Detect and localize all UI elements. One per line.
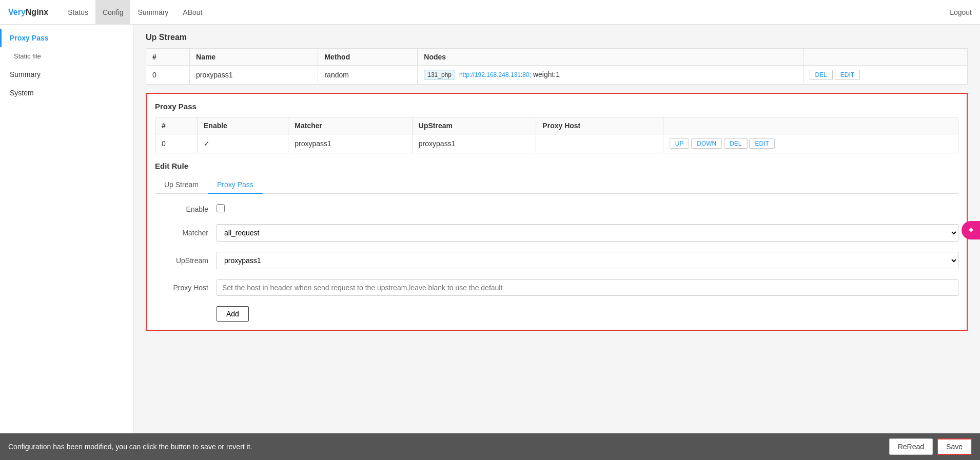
table-row: 0 proxypass1 random 131_php http://192.1…: [146, 66, 968, 85]
logout-button[interactable]: Logout: [950, 8, 972, 16]
matcher-control: all_request: [217, 224, 958, 242]
pp-col-enable: Enable: [198, 117, 288, 134]
proxy-host-label: Proxy Host: [155, 284, 217, 292]
bottom-bar-buttons: ReRead Save: [889, 438, 972, 455]
upstream-row: UpStream proxypass1: [155, 252, 958, 269]
pp-col-num: #: [155, 117, 198, 134]
pp-col-actions: [663, 117, 958, 134]
upstream-col-method: Method: [318, 49, 418, 66]
pp-edit-button[interactable]: EDIT: [749, 138, 774, 149]
pp-up-button[interactable]: UP: [670, 138, 690, 149]
pp-row-proxy-host: [536, 134, 663, 153]
top-nav: VeryNginx Status Config Summary ABout Lo…: [0, 0, 980, 25]
edit-rule-tabs: Up Stream Proxy Pass: [155, 176, 958, 194]
sidebar-item-proxy-pass[interactable]: Proxy Pass: [0, 29, 133, 47]
pp-row-matcher: proxypass1: [288, 134, 413, 153]
upstream-row-name: proxypass1: [190, 66, 318, 85]
sidebar: Proxy Pass Static file Summary System: [0, 25, 133, 433]
node-weight: weight:1: [533, 70, 560, 78]
upstream-row-nodes: 131_php http://192.168.248.131:80; weigh…: [418, 66, 803, 85]
upstream-label: UpStream: [155, 256, 217, 265]
pp-row-upstream: proxypass1: [412, 134, 536, 153]
proxy-pass-table: # Enable Matcher UpStream Proxy Host 0 ✓…: [155, 117, 958, 153]
float-icon[interactable]: ✦: [962, 221, 980, 239]
proxy-pass-box-title: Proxy Pass: [155, 102, 958, 111]
tab-upstream[interactable]: Up Stream: [155, 176, 208, 194]
upstream-col-name: Name: [190, 49, 318, 66]
enable-control: [217, 204, 958, 214]
nav-summary[interactable]: Summary: [130, 0, 175, 25]
upstream-col-num: #: [146, 49, 190, 66]
enable-row: Enable: [155, 204, 958, 214]
upstream-table: # Name Method Nodes 0 proxypass1 random …: [146, 48, 968, 85]
pp-down-button[interactable]: DOWN: [691, 138, 722, 149]
main-content: Up Stream # Name Method Nodes 0 proxypas…: [133, 25, 980, 433]
save-button[interactable]: Save: [937, 438, 972, 455]
upstream-row-num: 0: [146, 66, 190, 85]
upstream-col-nodes: Nodes: [418, 49, 803, 66]
upstream-row-actions: DEL EDIT: [803, 66, 967, 85]
pp-col-matcher: Matcher: [288, 117, 413, 134]
nav-config[interactable]: Config: [95, 0, 130, 25]
add-button[interactable]: Add: [217, 306, 249, 322]
pp-row-enable: ✓: [198, 134, 288, 153]
upstream-control: proxypass1: [217, 252, 958, 269]
bottom-bar-message: Configuration has been modified, you can…: [8, 443, 889, 451]
tab-proxy-pass[interactable]: Proxy Pass: [208, 176, 263, 194]
matcher-row: Matcher all_request: [155, 224, 958, 242]
node-url: http://192.168.248.131:80;: [459, 71, 531, 78]
upstream-del-button[interactable]: DEL: [810, 70, 833, 80]
nav-about[interactable]: ABout: [175, 0, 209, 25]
proxy-pass-box: Proxy Pass # Enable Matcher UpStream Pro…: [146, 93, 968, 331]
enable-label: Enable: [155, 205, 217, 213]
upstream-col-actions: [803, 49, 967, 66]
sidebar-item-summary[interactable]: Summary: [0, 65, 133, 84]
upstream-row-method: random: [318, 66, 418, 85]
brand: VeryNginx: [8, 8, 48, 17]
upstream-edit-button[interactable]: EDIT: [835, 70, 860, 80]
upstream-section-title: Up Stream: [146, 33, 968, 42]
edit-rule-title: Edit Rule: [155, 162, 958, 170]
pp-row-actions: UP DOWN DEL EDIT: [663, 134, 958, 153]
nav-status[interactable]: Status: [61, 0, 95, 25]
matcher-label: Matcher: [155, 229, 217, 237]
bottom-bar: Configuration has been modified, you can…: [0, 433, 980, 460]
proxy-host-control: [217, 279, 958, 296]
proxy-host-row: Proxy Host: [155, 279, 958, 296]
reread-button[interactable]: ReRead: [889, 438, 933, 455]
matcher-select[interactable]: all_request: [217, 224, 958, 242]
pp-row-num: 0: [155, 134, 198, 153]
table-row: 0 ✓ proxypass1 proxypass1 UP DOWN DEL ED…: [155, 134, 958, 153]
upstream-select[interactable]: proxypass1: [217, 252, 958, 269]
proxy-host-input[interactable]: [217, 279, 958, 296]
node-tag: 131_php: [424, 70, 455, 80]
pp-del-button[interactable]: DEL: [724, 138, 747, 149]
sidebar-item-system[interactable]: System: [0, 84, 133, 102]
enable-checkbox[interactable]: [217, 204, 225, 212]
pp-col-upstream: UpStream: [412, 117, 536, 134]
sidebar-item-static-file[interactable]: Static file: [0, 47, 133, 65]
pp-col-proxy-host: Proxy Host: [536, 117, 663, 134]
